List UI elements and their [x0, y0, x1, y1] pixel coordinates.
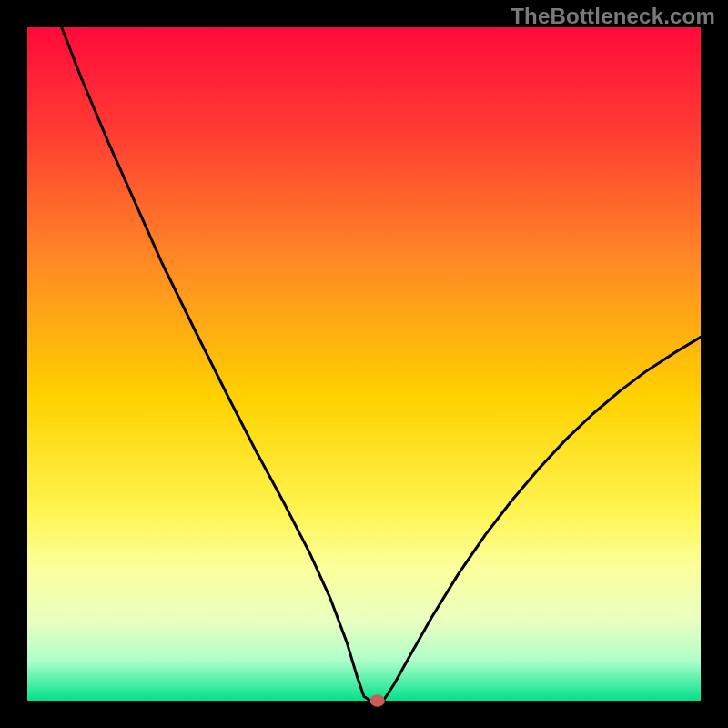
bottleneck-chart [0, 0, 728, 728]
minimum-marker [370, 694, 385, 707]
watermark-text: TheBottleneck.com [511, 4, 715, 29]
plot-area [27, 27, 701, 701]
chart-container: TheBottleneck.com [0, 0, 728, 728]
